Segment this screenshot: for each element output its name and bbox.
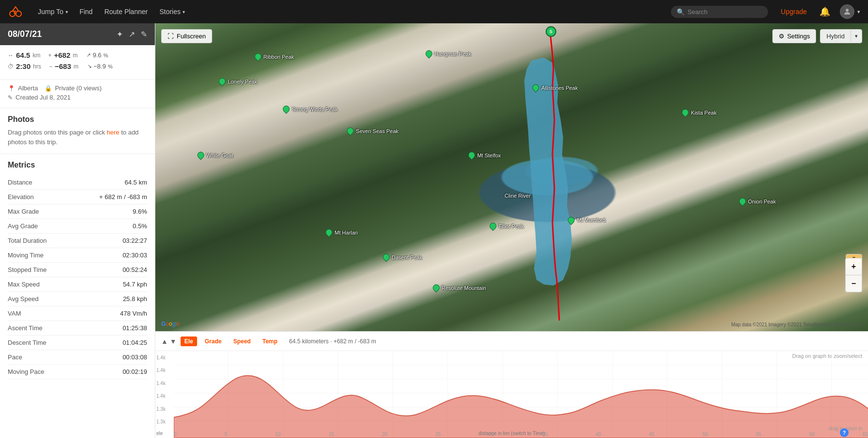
search-input[interactable] <box>687 8 762 16</box>
ele-label: ele <box>156 431 163 436</box>
metric-label: Moving Pace <box>8 368 44 375</box>
svg-point-2 <box>846 9 849 12</box>
metric-value: 01:04:25 <box>122 339 147 346</box>
max-grade-stat: ↗ 9.6 % <box>86 51 108 59</box>
upgrade-button[interactable]: Upgrade <box>778 8 810 16</box>
tab-temp[interactable]: Temp <box>258 337 281 346</box>
share-icon[interactable]: ↗ <box>129 30 135 39</box>
metric-label: VAM <box>8 310 21 317</box>
metric-row: Elevation+ 682 m / -683 m <box>8 190 147 204</box>
y-label-5: 1.3k <box>156 406 174 412</box>
find-link[interactable]: Find <box>75 5 98 18</box>
metrics-table: Distance64.5 kmElevation+ 682 m / -683 m… <box>8 175 147 379</box>
metric-value: 478 Vm/h <box>120 310 147 317</box>
metric-label: Elevation <box>8 193 33 201</box>
metric-label: Ascent Time <box>8 324 43 332</box>
map-attribution: Map data ©2021 Imagery ©2021 TerraMetric… <box>731 322 862 327</box>
stats-row-1: ↔ 64.5 km + +682 m ↗ 9.6 % <box>8 51 147 59</box>
map-type-label[interactable]: Hybrid <box>820 30 851 43</box>
x-label-60: 60 <box>809 432 815 437</box>
star-icon[interactable]: ✦ <box>117 30 123 39</box>
map-area[interactable]: S Ribbon PeakHangman PeakLonely PeakAlli… <box>155 23 868 331</box>
avg-grade-stat: ↘ −8.9 % <box>87 62 113 70</box>
metric-label: Descent Time <box>8 339 46 346</box>
stories-menu[interactable]: Stories ▾ <box>154 5 190 18</box>
metric-row: Ascent Time01:25:38 <box>8 321 147 336</box>
zoom-in-button[interactable]: + <box>846 258 862 275</box>
map-controls-top-right: ⚙ Settings Hybrid ▾ <box>772 29 862 43</box>
stats-row-2: ⏱ 2:30 hrs − −683 m ↘ −8.9 % <box>8 62 147 70</box>
privacy-text: Private (0 views) <box>55 84 101 92</box>
clock-icon: ⏱ <box>8 63 14 70</box>
location-row: 📍 Alberta 🔒 Private (0 views) <box>8 84 147 92</box>
logo[interactable] <box>8 3 23 20</box>
x-axis-description: distance in km (switch to Time) <box>479 428 545 437</box>
help-icon-container[interactable]: ? <box>840 428 849 437</box>
metric-label: Distance <box>8 179 33 186</box>
settings-button[interactable]: ⚙ Settings <box>772 29 816 43</box>
metric-value: 64.5 km <box>125 179 147 186</box>
user-avatar[interactable] <box>840 4 854 19</box>
metric-row: Avg Speed25.8 kph <box>8 292 147 306</box>
search-bar[interactable]: 🔍 <box>671 6 768 18</box>
nav-links: Jump To ▾ Find Route Planner Stories ▾ <box>33 5 190 18</box>
metric-label: Stopped Time <box>8 266 47 273</box>
notifications-button[interactable]: 🔔 <box>819 6 830 17</box>
x-label-0: 0 <box>174 432 177 437</box>
map-type-chevron[interactable]: ▾ <box>851 30 862 42</box>
metric-row: VAM478 Vm/h <box>8 306 147 321</box>
fullscreen-button[interactable]: ⛶ Fullscreen <box>161 29 212 43</box>
chevron-down-icon: ▾ <box>66 9 68 15</box>
metric-row: Stopped Time00:52:24 <box>8 263 147 277</box>
elevation-down-button[interactable]: ▼ <box>170 337 177 345</box>
top-navigation: Jump To ▾ Find Route Planner Stories ▾ 🔍… <box>0 0 868 23</box>
metric-label: Moving Time <box>8 252 44 259</box>
metric-label: Pace <box>8 354 22 361</box>
y-label-6: 1.3k <box>156 419 174 424</box>
chevron-down-icon: ▾ <box>183 9 185 15</box>
route-start-pin: S <box>546 26 556 37</box>
x-label-20: 20 <box>382 432 387 437</box>
pencil-icon: ✎ <box>8 94 13 101</box>
water-overlay <box>155 23 868 331</box>
trip-meta: 📍 Alberta 🔒 Private (0 views) ✎ Created … <box>0 80 155 108</box>
zoom-out-button[interactable]: − <box>846 275 862 292</box>
jump-to-menu[interactable]: Jump To ▾ <box>33 5 73 18</box>
metric-row: Distance64.5 km <box>8 175 147 190</box>
here-link[interactable]: here <box>107 129 119 136</box>
sidebar-header: 08/07/21 ✦ ↗ ✎ <box>0 23 155 45</box>
metric-value: 0.5% <box>133 222 147 230</box>
elevation-bar: ▲ ▼ Ele Grade Speed Temp 64.5 kilometers… <box>155 331 868 351</box>
route-planner-link[interactable]: Route Planner <box>100 5 153 18</box>
metric-row: Moving Pace00:02:19 <box>8 365 147 379</box>
metric-label: Max Speed <box>8 281 40 288</box>
metric-value: 02:30:03 <box>122 252 147 259</box>
x-axis-text: distance in km (switch to Time) <box>479 431 545 436</box>
map-controls-top-left: ⛶ Fullscreen <box>161 29 212 43</box>
y-label-4: 1.4k <box>156 393 174 399</box>
metric-row: Max Grade9.6% <box>8 204 147 219</box>
tab-speed[interactable]: Speed <box>229 337 254 346</box>
x-label-10: 10 <box>275 432 281 437</box>
x-label-65: 65 <box>863 432 868 437</box>
photos-title: Photos <box>8 115 147 124</box>
distance-icon: ↔ <box>8 52 14 59</box>
elevation-up-button[interactable]: ▲ <box>161 337 168 345</box>
sidebar: 08/07/21 ✦ ↗ ✎ ↔ 64.5 km + +682 m <box>0 23 155 438</box>
metric-label: Total Duration <box>8 237 47 244</box>
x-label-55: 55 <box>756 432 761 437</box>
user-menu-chevron[interactable]: ▾ <box>857 9 860 15</box>
avg-grade-icon: ↘ <box>87 63 92 69</box>
metric-row: Pace00:03:08 <box>8 350 147 365</box>
metric-value: + 682 m / -683 m <box>99 193 147 201</box>
metric-row: Avg Grade0.5% <box>8 219 147 234</box>
metric-row: Descent Time01:04:25 <box>8 336 147 350</box>
edit-icon[interactable]: ✎ <box>141 30 147 39</box>
tab-elevation[interactable]: Ele <box>181 337 197 346</box>
y-label-1: 1.4k <box>156 355 174 360</box>
elevation-nav: ▲ ▼ <box>161 337 177 345</box>
metric-value: 00:52:24 <box>122 266 147 273</box>
metric-row: Max Speed54.7 kph <box>8 277 147 292</box>
elevation-graph[interactable]: Drag on graph to zoom/select 1.4k 1.4k 1… <box>155 351 868 438</box>
tab-grade[interactable]: Grade <box>201 337 226 346</box>
